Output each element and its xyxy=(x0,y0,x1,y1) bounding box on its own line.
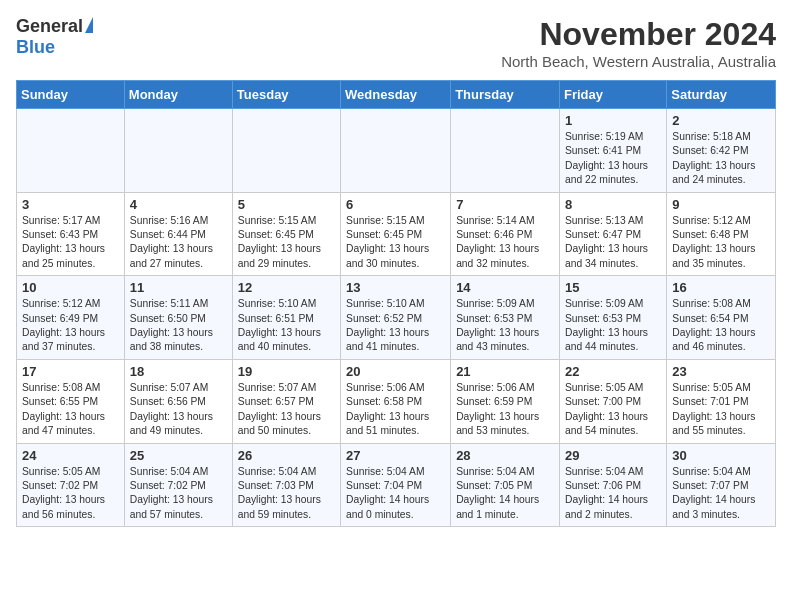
calendar-cell: 14Sunrise: 5:09 AM Sunset: 6:53 PM Dayli… xyxy=(451,276,560,360)
day-info: Sunrise: 5:10 AM Sunset: 6:52 PM Dayligh… xyxy=(346,297,445,355)
location-text: North Beach, Western Australia, Australi… xyxy=(501,53,776,70)
col-header-thursday: Thursday xyxy=(451,81,560,109)
calendar-cell: 16Sunrise: 5:08 AM Sunset: 6:54 PM Dayli… xyxy=(667,276,776,360)
calendar-cell: 18Sunrise: 5:07 AM Sunset: 6:56 PM Dayli… xyxy=(124,359,232,443)
day-number: 2 xyxy=(672,113,770,128)
day-number: 5 xyxy=(238,197,335,212)
calendar-week-row: 3Sunrise: 5:17 AM Sunset: 6:43 PM Daylig… xyxy=(17,192,776,276)
day-number: 15 xyxy=(565,280,661,295)
calendar-cell: 24Sunrise: 5:05 AM Sunset: 7:02 PM Dayli… xyxy=(17,443,125,527)
day-number: 17 xyxy=(22,364,119,379)
col-header-tuesday: Tuesday xyxy=(232,81,340,109)
calendar-week-row: 17Sunrise: 5:08 AM Sunset: 6:55 PM Dayli… xyxy=(17,359,776,443)
day-number: 30 xyxy=(672,448,770,463)
day-number: 24 xyxy=(22,448,119,463)
day-number: 10 xyxy=(22,280,119,295)
calendar-cell: 23Sunrise: 5:05 AM Sunset: 7:01 PM Dayli… xyxy=(667,359,776,443)
day-number: 18 xyxy=(130,364,227,379)
logo: General Blue xyxy=(16,16,93,58)
logo-triangle-icon xyxy=(85,17,93,33)
day-number: 25 xyxy=(130,448,227,463)
col-header-sunday: Sunday xyxy=(17,81,125,109)
day-info: Sunrise: 5:15 AM Sunset: 6:45 PM Dayligh… xyxy=(238,214,335,272)
month-title: November 2024 xyxy=(501,16,776,53)
day-info: Sunrise: 5:05 AM Sunset: 7:00 PM Dayligh… xyxy=(565,381,661,439)
calendar-cell: 13Sunrise: 5:10 AM Sunset: 6:52 PM Dayli… xyxy=(341,276,451,360)
calendar-cell: 1Sunrise: 5:19 AM Sunset: 6:41 PM Daylig… xyxy=(560,109,667,193)
calendar-cell: 4Sunrise: 5:16 AM Sunset: 6:44 PM Daylig… xyxy=(124,192,232,276)
calendar-cell: 12Sunrise: 5:10 AM Sunset: 6:51 PM Dayli… xyxy=(232,276,340,360)
col-header-friday: Friday xyxy=(560,81,667,109)
day-info: Sunrise: 5:07 AM Sunset: 6:56 PM Dayligh… xyxy=(130,381,227,439)
calendar-week-row: 1Sunrise: 5:19 AM Sunset: 6:41 PM Daylig… xyxy=(17,109,776,193)
col-header-monday: Monday xyxy=(124,81,232,109)
day-number: 3 xyxy=(22,197,119,212)
calendar-cell xyxy=(232,109,340,193)
page-header: General Blue November 2024 North Beach, … xyxy=(16,16,776,70)
calendar-cell: 28Sunrise: 5:04 AM Sunset: 7:05 PM Dayli… xyxy=(451,443,560,527)
calendar-cell xyxy=(451,109,560,193)
day-info: Sunrise: 5:12 AM Sunset: 6:48 PM Dayligh… xyxy=(672,214,770,272)
day-number: 9 xyxy=(672,197,770,212)
day-info: Sunrise: 5:18 AM Sunset: 6:42 PM Dayligh… xyxy=(672,130,770,188)
day-info: Sunrise: 5:06 AM Sunset: 6:59 PM Dayligh… xyxy=(456,381,554,439)
calendar-cell: 10Sunrise: 5:12 AM Sunset: 6:49 PM Dayli… xyxy=(17,276,125,360)
day-number: 27 xyxy=(346,448,445,463)
day-info: Sunrise: 5:07 AM Sunset: 6:57 PM Dayligh… xyxy=(238,381,335,439)
logo-general-text: General xyxy=(16,16,83,37)
day-number: 11 xyxy=(130,280,227,295)
day-number: 16 xyxy=(672,280,770,295)
calendar-cell: 2Sunrise: 5:18 AM Sunset: 6:42 PM Daylig… xyxy=(667,109,776,193)
day-info: Sunrise: 5:13 AM Sunset: 6:47 PM Dayligh… xyxy=(565,214,661,272)
calendar-cell: 22Sunrise: 5:05 AM Sunset: 7:00 PM Dayli… xyxy=(560,359,667,443)
day-number: 14 xyxy=(456,280,554,295)
day-info: Sunrise: 5:11 AM Sunset: 6:50 PM Dayligh… xyxy=(130,297,227,355)
calendar-cell: 30Sunrise: 5:04 AM Sunset: 7:07 PM Dayli… xyxy=(667,443,776,527)
calendar-week-row: 10Sunrise: 5:12 AM Sunset: 6:49 PM Dayli… xyxy=(17,276,776,360)
calendar-cell: 19Sunrise: 5:07 AM Sunset: 6:57 PM Dayli… xyxy=(232,359,340,443)
title-section: November 2024 North Beach, Western Austr… xyxy=(501,16,776,70)
day-number: 13 xyxy=(346,280,445,295)
day-number: 4 xyxy=(130,197,227,212)
day-number: 1 xyxy=(565,113,661,128)
day-number: 26 xyxy=(238,448,335,463)
day-number: 29 xyxy=(565,448,661,463)
calendar-body: 1Sunrise: 5:19 AM Sunset: 6:41 PM Daylig… xyxy=(17,109,776,527)
day-info: Sunrise: 5:15 AM Sunset: 6:45 PM Dayligh… xyxy=(346,214,445,272)
day-info: Sunrise: 5:09 AM Sunset: 6:53 PM Dayligh… xyxy=(456,297,554,355)
calendar-cell: 26Sunrise: 5:04 AM Sunset: 7:03 PM Dayli… xyxy=(232,443,340,527)
day-info: Sunrise: 5:04 AM Sunset: 7:03 PM Dayligh… xyxy=(238,465,335,523)
calendar-week-row: 24Sunrise: 5:05 AM Sunset: 7:02 PM Dayli… xyxy=(17,443,776,527)
calendar-cell: 7Sunrise: 5:14 AM Sunset: 6:46 PM Daylig… xyxy=(451,192,560,276)
calendar-table: SundayMondayTuesdayWednesdayThursdayFrid… xyxy=(16,80,776,527)
day-info: Sunrise: 5:12 AM Sunset: 6:49 PM Dayligh… xyxy=(22,297,119,355)
calendar-cell xyxy=(341,109,451,193)
day-info: Sunrise: 5:09 AM Sunset: 6:53 PM Dayligh… xyxy=(565,297,661,355)
calendar-cell: 17Sunrise: 5:08 AM Sunset: 6:55 PM Dayli… xyxy=(17,359,125,443)
day-info: Sunrise: 5:06 AM Sunset: 6:58 PM Dayligh… xyxy=(346,381,445,439)
day-info: Sunrise: 5:05 AM Sunset: 7:01 PM Dayligh… xyxy=(672,381,770,439)
calendar-cell: 21Sunrise: 5:06 AM Sunset: 6:59 PM Dayli… xyxy=(451,359,560,443)
col-header-wednesday: Wednesday xyxy=(341,81,451,109)
day-number: 7 xyxy=(456,197,554,212)
day-info: Sunrise: 5:04 AM Sunset: 7:07 PM Dayligh… xyxy=(672,465,770,523)
day-number: 23 xyxy=(672,364,770,379)
day-info: Sunrise: 5:14 AM Sunset: 6:46 PM Dayligh… xyxy=(456,214,554,272)
calendar-cell xyxy=(17,109,125,193)
calendar-cell: 29Sunrise: 5:04 AM Sunset: 7:06 PM Dayli… xyxy=(560,443,667,527)
day-number: 22 xyxy=(565,364,661,379)
day-number: 20 xyxy=(346,364,445,379)
day-info: Sunrise: 5:05 AM Sunset: 7:02 PM Dayligh… xyxy=(22,465,119,523)
calendar-cell: 25Sunrise: 5:04 AM Sunset: 7:02 PM Dayli… xyxy=(124,443,232,527)
logo-blue-text: Blue xyxy=(16,37,55,58)
day-info: Sunrise: 5:04 AM Sunset: 7:06 PM Dayligh… xyxy=(565,465,661,523)
col-header-saturday: Saturday xyxy=(667,81,776,109)
day-info: Sunrise: 5:17 AM Sunset: 6:43 PM Dayligh… xyxy=(22,214,119,272)
day-info: Sunrise: 5:04 AM Sunset: 7:04 PM Dayligh… xyxy=(346,465,445,523)
calendar-cell: 15Sunrise: 5:09 AM Sunset: 6:53 PM Dayli… xyxy=(560,276,667,360)
day-info: Sunrise: 5:16 AM Sunset: 6:44 PM Dayligh… xyxy=(130,214,227,272)
day-info: Sunrise: 5:04 AM Sunset: 7:05 PM Dayligh… xyxy=(456,465,554,523)
day-number: 28 xyxy=(456,448,554,463)
calendar-cell: 6Sunrise: 5:15 AM Sunset: 6:45 PM Daylig… xyxy=(341,192,451,276)
calendar-cell: 11Sunrise: 5:11 AM Sunset: 6:50 PM Dayli… xyxy=(124,276,232,360)
